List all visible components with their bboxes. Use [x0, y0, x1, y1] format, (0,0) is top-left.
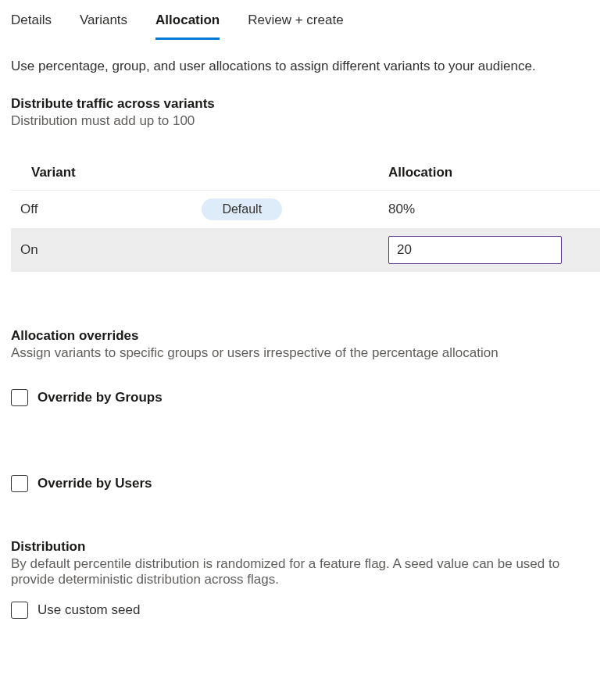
- overrides-section: Allocation overrides Assign variants to …: [11, 328, 600, 492]
- overrides-subtitle: Assign variants to specific groups or us…: [11, 345, 600, 361]
- distribute-subtitle: Distribution must add up to 100: [11, 113, 600, 129]
- tab-details[interactable]: Details: [11, 9, 52, 40]
- override-groups-row: Override by Groups: [11, 389, 600, 406]
- overrides-title: Allocation overrides: [11, 328, 600, 344]
- variant-name: Off: [20, 202, 38, 217]
- use-seed-checkbox[interactable]: [11, 602, 28, 619]
- tab-variants[interactable]: Variants: [80, 9, 127, 40]
- tab-allocation[interactable]: Allocation: [155, 9, 220, 40]
- variants-table: Variant Allocation Off Default 80% On: [11, 157, 600, 272]
- tabs: Details Variants Allocation Review + cre…: [0, 0, 611, 40]
- distribute-title: Distribute traffic across variants: [11, 96, 600, 112]
- distribution-title: Distribution: [11, 539, 600, 555]
- allocation-cell: [388, 236, 591, 264]
- override-users-checkbox[interactable]: [11, 475, 28, 492]
- override-groups-checkbox[interactable]: [11, 389, 28, 406]
- tab-review-create[interactable]: Review + create: [248, 9, 343, 40]
- allocation-cell: 80%: [388, 202, 591, 217]
- override-users-row: Override by Users: [11, 475, 600, 492]
- distribution-section: Distribution By default percentile distr…: [11, 539, 600, 619]
- allocation-input[interactable]: [388, 236, 562, 264]
- column-variant: Variant: [31, 165, 388, 180]
- override-users-label: Override by Users: [38, 476, 152, 491]
- variant-name: On: [20, 242, 38, 258]
- table-header: Variant Allocation: [11, 157, 600, 191]
- intro-text: Use percentage, group, and user allocati…: [11, 59, 600, 74]
- column-allocation: Allocation: [388, 165, 600, 180]
- table-row: On: [11, 228, 600, 272]
- default-badge: Default: [202, 198, 282, 220]
- override-groups-label: Override by Groups: [38, 390, 163, 405]
- table-row: Off Default 80%: [11, 191, 600, 228]
- use-seed-row: Use custom seed: [11, 602, 600, 619]
- variant-cell: Off Default: [20, 198, 388, 220]
- variant-cell: On: [20, 242, 388, 258]
- use-seed-label: Use custom seed: [38, 602, 140, 618]
- distribution-subtitle: By default percentile distribution is ra…: [11, 556, 600, 588]
- content: Use percentage, group, and user allocati…: [0, 40, 611, 630]
